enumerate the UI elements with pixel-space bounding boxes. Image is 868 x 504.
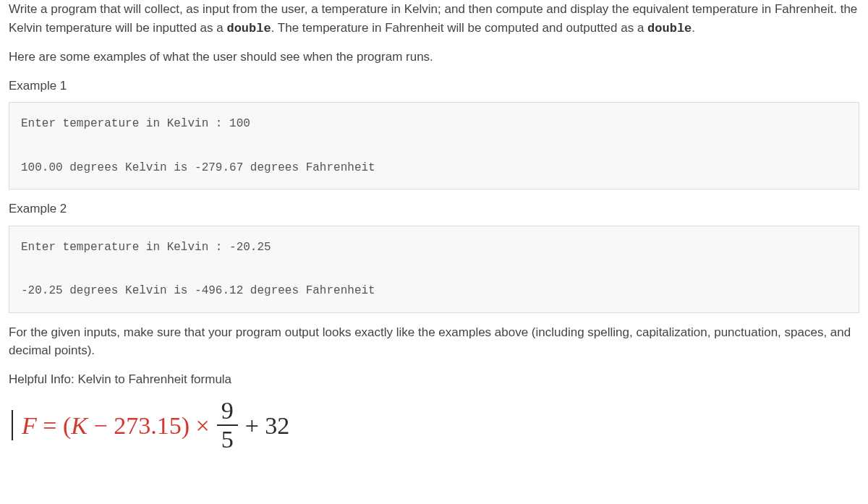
formula-minus: − 273.15) × [88,412,210,439]
example-1-label: Example 1 [9,77,859,95]
helpful-label: Helpful Info: [9,372,75,386]
intro-text-3: . [692,21,695,35]
example-2-code: Enter temperature in Kelvin : -20.25 -20… [9,226,859,313]
intro-text-2: . The temperature in Fahrenheit will be … [271,21,647,35]
formula-F: F [22,412,37,439]
text-cursor [12,410,13,440]
formula-fraction: 9 5 [217,398,238,452]
followup-instructions: For the given inputs, make sure that you… [9,323,859,360]
formula-plus: + 32 [245,407,290,444]
formula-eq: = ( [37,412,72,439]
code-double-2: double [647,22,692,35]
helpful-info: Helpful Info: Kelvin to Fahrenheit formu… [9,370,859,389]
formula-denominator: 5 [217,424,238,452]
problem-description: Write a program that will collect, as in… [9,0,859,38]
formula: F = (K − 273.15) × 9 5 + 32 [9,398,859,452]
example-2-label: Example 2 [9,200,859,218]
formula-numerator: 9 [217,398,238,424]
examples-intro: Here are some examples of what the user … [9,48,859,67]
example-1-code: Enter temperature in Kelvin : 100 100.00… [9,102,859,189]
formula-K: K [71,412,88,439]
formula-left: F = (K − 273.15) × [22,407,210,444]
code-double-1: double [226,22,271,35]
helpful-text: Kelvin to Fahrenheit formula [75,372,231,386]
